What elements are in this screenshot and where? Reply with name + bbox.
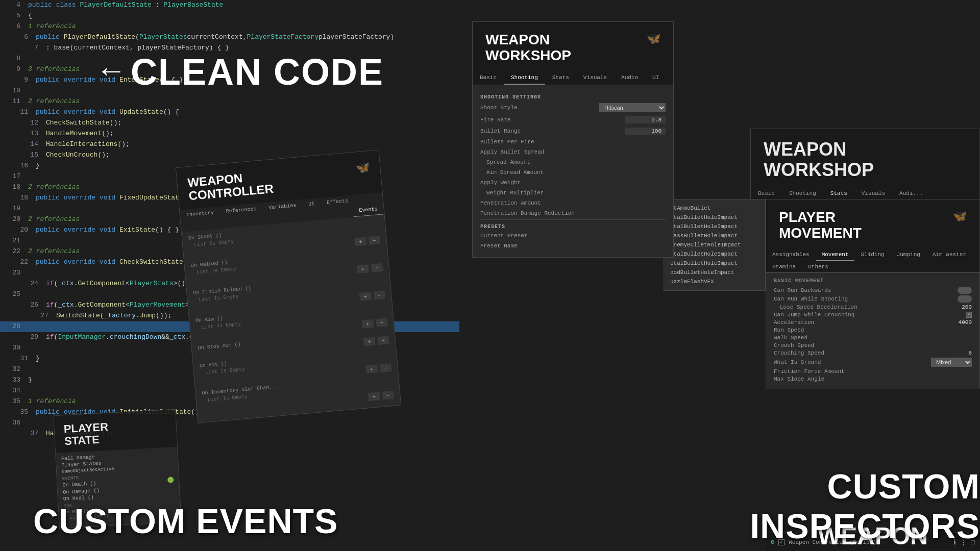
pm-tab-assignables[interactable]: Assignables <box>766 249 816 261</box>
list-item-2: etalBulletHoleImpact <box>664 222 765 231</box>
pm-title: PLAYERMOVEMENT <box>779 210 862 241</box>
preset-name-row: Preset Name <box>480 242 666 250</box>
what-is-ground-row: What Is Ground Mixed <box>774 358 972 367</box>
lose-speed-row: Lose Speed Deceleration 200 <box>774 304 972 310</box>
acceleration-row: Acceleration 4000 <box>774 319 972 325</box>
list-item-3: rassBulletHoleImpact <box>664 231 765 240</box>
wc-tab-ui[interactable]: UI <box>302 198 321 210</box>
weapon-controller-panel: WEAPONCONTROLLER 🦋 Inventory References … <box>176 150 401 423</box>
shooting-settings-label: Shooting Settings <box>480 94 666 100</box>
shoot-style-row: Shoot Style Hitscan <box>480 102 666 113</box>
fire-rate-row: Fire Rate 0.8 <box>480 115 666 124</box>
apply-bullet-spread-row: Apply Bullet Spread <box>480 148 666 156</box>
on-reload-add-btn[interactable]: + <box>357 264 369 273</box>
aim-spread-row: Aim Spread Amount <box>480 168 666 177</box>
bullet-range-row: Bullet Range 100 <box>480 127 666 136</box>
friction-force-row: Friction Force Amount <box>774 368 972 374</box>
wc-title: WEAPONCONTROLLER <box>187 169 274 203</box>
can-jump-while-crouching-row: Can Jump While Crouching ✓ <box>774 312 972 318</box>
crouch-speed-row: Crouch Speed <box>774 342 972 348</box>
pm-header: PLAYERMOVEMENT 🦋 <box>766 199 979 249</box>
custom-inspectors-line2: INSPECTORS <box>750 507 980 545</box>
can-jump-crouching-checkbox[interactable]: ✓ <box>966 312 972 318</box>
on-aim-remove-btn[interactable]: − <box>376 318 388 327</box>
weapon-workshop-panel-1: WEAPONWORKSHOP 🦋 Basic Shooting Stats Vi… <box>472 21 674 258</box>
tab-ui[interactable]: UI <box>645 71 666 85</box>
can-run-backwards-toggle[interactable] <box>958 287 972 294</box>
ww1-header: WEAPONWORKSHOP 🦋 <box>473 22 673 71</box>
list-item-4: etalBulletHoleImpact <box>664 249 765 259</box>
penetration-dmg-row: Penetration Damage Reduction <box>480 209 666 217</box>
arrow-left-icon: ← <box>102 55 120 89</box>
current-preset-row: Current Preset <box>480 232 666 240</box>
on-hit-add-btn[interactable]: + <box>365 364 378 373</box>
tab-visuals[interactable]: Visuals <box>576 71 614 85</box>
presets-label: PRESETS <box>480 224 666 230</box>
on-aim-add-btn[interactable]: + <box>361 319 374 329</box>
list-item-muzzle: uzzleFlashVFX <box>664 277 765 286</box>
spread-amount-row: Spread Amount <box>480 158 666 166</box>
what-is-ground-select[interactable]: Mixed <box>931 358 972 367</box>
crouching-speed-row: Crouching Speed 6 <box>774 350 972 356</box>
ww1-butterfly-icon: 🦋 <box>647 32 660 46</box>
pm-tabs: Assignables Movement Sliding Jumping Aim… <box>766 249 979 273</box>
pm-tab-jumping[interactable]: Jumping <box>891 249 926 261</box>
custom-events-label: CUSTOM EVENTS <box>33 501 338 541</box>
pm-butterfly-icon: 🦋 <box>953 210 967 223</box>
weapon-workshop-panel-2: WEAPONWORKSHOP Basic Shooting Stats Visu… <box>750 129 980 202</box>
ps-header: PLAYERSTATE <box>54 410 177 454</box>
pm-tab-others[interactable]: Others <box>802 261 835 272</box>
on-shoot-add-btn[interactable]: + <box>354 237 366 246</box>
clean-code-label: CLEAN CODE <box>131 51 384 93</box>
right-list-panel: htAmmoBullet etalBulletHoleImpact etalBu… <box>664 199 766 291</box>
pm-tab-sliding[interactable]: Sliding <box>854 249 890 261</box>
basic-movement-label: BASIC MOVEMENT <box>774 278 972 284</box>
on-inventory-remove-btn[interactable]: − <box>382 391 394 400</box>
player-movement-panel: PLAYERMOVEMENT 🦋 Assignables Movement Sl… <box>766 199 980 389</box>
pm-tab-movement[interactable]: Movement <box>816 249 855 261</box>
tab-stats[interactable]: Stats <box>545 71 576 85</box>
ww1-title: WEAPONWORKSHOP <box>485 32 571 64</box>
wc-content: On Shoot () List Is Empty + − On Reload … <box>182 214 401 422</box>
max-slope-row: Max Slope Angle <box>774 376 972 382</box>
on-finish-reload-remove-btn[interactable]: − <box>373 290 385 299</box>
wc-butterfly-icon: 🦋 <box>355 160 370 175</box>
wc-tab-effects[interactable]: Effects <box>320 195 355 209</box>
list-item-5: etalBulletHoleImpact <box>664 259 765 268</box>
list-item-1: etalBulletHoleImpact <box>664 213 765 222</box>
on-stop-aim-add-btn[interactable]: + <box>363 337 375 346</box>
on-finish-reload-add-btn[interactable]: + <box>359 292 372 301</box>
ww2-header: WEAPONWORKSHOP <box>751 129 979 187</box>
tab-audio[interactable]: Audio <box>614 71 645 85</box>
on-death-toggle <box>167 477 174 483</box>
tab-basic[interactable]: Basic <box>473 71 504 85</box>
ps-title: PLAYERSTATE <box>63 417 167 447</box>
ww1-content: Shooting Settings Shoot Style Hitscan Fi… <box>473 85 673 257</box>
run-speed-row: Run Speed <box>774 327 972 333</box>
custom-inspectors-label: CUSTOM INSPECTORS <box>521 466 980 546</box>
on-stop-aim-remove-btn[interactable]: − <box>377 336 389 345</box>
can-run-while-shooting-row: Can Run While Shooting <box>774 295 972 303</box>
custom-inspectors-line1: CUSTOM <box>827 467 980 506</box>
pm-content: BASIC MOVEMENT Can Run Backwards Can Run… <box>766 273 979 389</box>
on-hit-remove-btn[interactable]: − <box>380 363 392 372</box>
walk-speed-row: Walk Speed <box>774 335 972 341</box>
on-shoot-remove-btn[interactable]: − <box>369 236 381 245</box>
list-item-ammo: htAmmoBullet <box>664 204 765 213</box>
penetration-amount-row: Penetration Amount <box>480 199 666 207</box>
pm-tab-aim-assist[interactable]: Aim assist <box>926 249 972 261</box>
apply-weight-row: Apply Weight <box>480 179 666 187</box>
pm-tab-stamina[interactable]: Stamina <box>766 261 802 272</box>
can-run-backwards-row: Can Run Backwards <box>774 287 972 294</box>
can-run-while-shooting-toggle[interactable] <box>958 295 972 303</box>
bullets-per-fire-row: Bullets Per Fire <box>480 138 666 146</box>
shoot-style-select[interactable]: Hitscan <box>599 103 666 112</box>
list-item-enemy: enemyBulletHoleImpact <box>664 240 765 249</box>
tab-shooting[interactable]: Shooting <box>504 71 545 85</box>
ww2-title: WEAPONWORKSHOP <box>764 139 874 180</box>
on-inventory-add-btn[interactable]: + <box>368 392 380 401</box>
weight-multiplier-row: Weight Multiplier <box>480 189 666 197</box>
ww1-tabs: Basic Shooting Stats Visuals Audio UI <box>473 71 673 85</box>
on-reload-remove-btn[interactable]: − <box>371 263 383 272</box>
list-item-wood: oodBulletHoleImpact <box>664 268 765 277</box>
